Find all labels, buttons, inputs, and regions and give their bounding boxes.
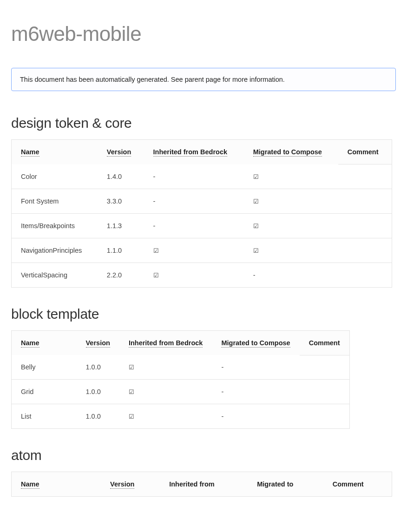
column-header-version[interactable]: Version <box>101 472 160 497</box>
section-heading: block template <box>11 306 396 322</box>
column-header-label: Name <box>21 148 39 157</box>
cell-version: 1.1.0 <box>98 238 144 263</box>
cell-comment <box>338 164 392 189</box>
check-icon: ☑ <box>253 223 259 229</box>
check-icon: ☑ <box>153 248 159 254</box>
column-header-name[interactable]: Name <box>12 140 98 164</box>
cell-inherited: ☑ <box>119 380 212 404</box>
column-header-label: Migrated to Compose <box>253 148 322 157</box>
cell-migrated: ☑ <box>244 164 338 189</box>
column-header-migrated_wrap: Migrated to <box>248 472 323 497</box>
table-row: Grid1.0.0☑- <box>12 380 350 404</box>
section-heading: atom <box>11 447 396 463</box>
cell-name: Grid <box>12 380 77 404</box>
cell-inherited: - <box>144 164 244 189</box>
cell-migrated: ☑ <box>244 238 338 263</box>
column-header-inherited_wrap: Inherited from <box>160 472 248 497</box>
cell-inherited: ☑ <box>119 355 212 380</box>
column-header-comment: Comment <box>338 140 392 164</box>
cell-name: NavigationPrinciples <box>12 238 98 263</box>
column-header-label: Inherited from Bedrock <box>129 339 203 348</box>
table-row: Belly1.0.0☑- <box>12 355 350 380</box>
cell-version: 2.2.0 <box>98 263 144 287</box>
cell-version: 1.0.0 <box>77 380 119 404</box>
cell-name: Belly <box>12 355 77 380</box>
check-icon: ☑ <box>153 272 159 278</box>
cell-comment <box>338 238 392 263</box>
column-header-inherited[interactable]: Inherited from Bedrock <box>119 330 212 355</box>
cell-name: Items/Breakpoints <box>12 213 98 238</box>
column-header-version[interactable]: Version <box>77 330 119 355</box>
cell-inherited: - <box>144 189 244 213</box>
column-header-migrated[interactable]: Migrated to Compose <box>212 330 299 355</box>
column-header-comment: Comment <box>300 330 349 355</box>
cell-version: 3.3.0 <box>98 189 144 213</box>
cell-version: 1.1.3 <box>98 213 144 238</box>
cell-version: 1.4.0 <box>98 164 144 189</box>
cell-name: Font System <box>12 189 98 213</box>
cell-migrated: - <box>244 263 338 287</box>
column-header-label: Comment <box>309 339 340 347</box>
page-title: m6web-mobile <box>11 22 396 46</box>
cell-version: 1.0.0 <box>77 404 119 429</box>
column-header-label: Comment <box>348 148 379 156</box>
cell-migrated: - <box>212 380 299 404</box>
components-table: NameVersionInherited from BedrockMigrate… <box>11 330 350 429</box>
column-header-label: Version <box>110 480 134 489</box>
cell-migrated: ☑ <box>244 213 338 238</box>
column-header-version[interactable]: Version <box>98 140 144 164</box>
cell-migrated: ☑ <box>244 189 338 213</box>
table-row: Color1.4.0-☑ <box>12 164 392 189</box>
column-header-name[interactable]: Name <box>12 330 77 355</box>
cell-migrated: - <box>212 404 299 429</box>
cell-inherited: ☑ <box>144 263 244 287</box>
table-row: VerticalSpacing2.2.0☑- <box>12 263 392 287</box>
cell-inherited: - <box>144 213 244 238</box>
cell-migrated: - <box>212 355 299 380</box>
table-row: Font System3.3.0-☑ <box>12 189 392 213</box>
cell-comment <box>300 404 349 429</box>
column-header-name[interactable]: Name <box>12 472 101 497</box>
cell-name: VerticalSpacing <box>12 263 98 287</box>
column-header-label: Inherited from <box>169 480 214 488</box>
check-icon: ☑ <box>253 248 259 254</box>
column-header-migrated[interactable]: Migrated to Compose <box>244 140 338 164</box>
column-header-label: Name <box>21 339 39 348</box>
check-icon: ☑ <box>253 174 259 180</box>
column-header-label: Comment <box>333 480 364 488</box>
cell-comment <box>338 213 392 238</box>
table-row: NavigationPrinciples1.1.0☑☑ <box>12 238 392 263</box>
column-header-comment: Comment <box>323 472 392 497</box>
cell-name: List <box>12 404 77 429</box>
column-header-label: Migrated to <box>257 480 293 488</box>
components-table: NameVersionInherited fromMigrated toComm… <box>11 472 392 497</box>
info-banner: This document has been automatically gen… <box>11 68 396 91</box>
cell-comment <box>300 355 349 380</box>
cell-comment <box>338 189 392 213</box>
column-header-label: Version <box>107 148 131 157</box>
check-icon: ☑ <box>129 414 134 420</box>
column-header-label: Inherited from Bedrock <box>153 148 228 157</box>
check-icon: ☑ <box>129 364 134 370</box>
column-header-inherited[interactable]: Inherited from Bedrock <box>144 140 244 164</box>
table-row: Items/Breakpoints1.1.3-☑ <box>12 213 392 238</box>
section-heading: design token & core <box>11 115 396 131</box>
cell-comment <box>338 263 392 287</box>
column-header-label: Name <box>21 480 39 489</box>
components-table: NameVersionInherited from BedrockMigrate… <box>11 139 392 288</box>
column-header-label: Version <box>86 339 110 348</box>
cell-comment <box>300 380 349 404</box>
column-header-label: Migrated to Compose <box>221 339 290 348</box>
cell-name: Color <box>12 164 98 189</box>
check-icon: ☑ <box>253 198 259 204</box>
table-row: List1.0.0☑- <box>12 404 350 429</box>
cell-inherited: ☑ <box>144 238 244 263</box>
cell-version: 1.0.0 <box>77 355 119 380</box>
check-icon: ☑ <box>129 389 134 395</box>
cell-inherited: ☑ <box>119 404 212 429</box>
